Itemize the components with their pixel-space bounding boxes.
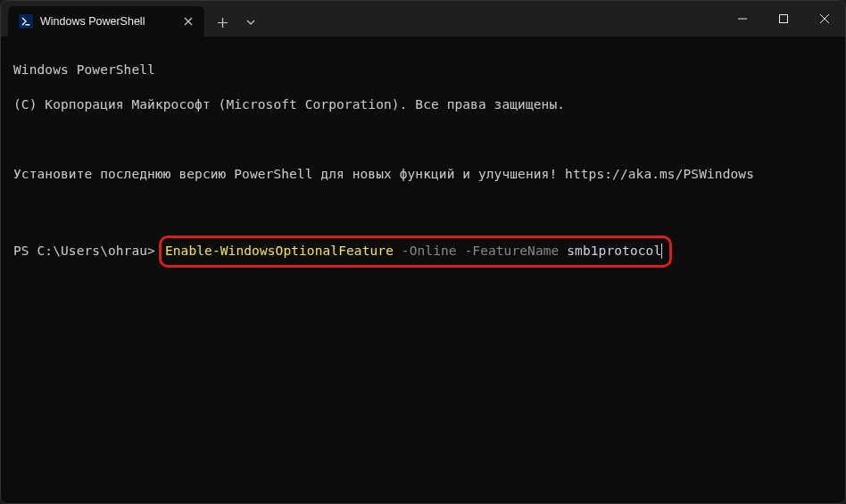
terminal-content[interactable]: Windows PowerShell (C) Корпорация Майкро… bbox=[1, 37, 845, 503]
new-tab-button[interactable] bbox=[208, 8, 236, 37]
tab-title: Windows PowerShell bbox=[40, 15, 145, 28]
command-highlight: Enable-WindowsOptionalFeature -Online -F… bbox=[159, 235, 672, 268]
tab-strip: Windows PowerShell bbox=[1, 1, 265, 37]
tab-dropdown-button[interactable] bbox=[236, 8, 265, 37]
output-line: (C) Корпорация Майкрософт (Microsoft Cor… bbox=[13, 96, 833, 114]
text-cursor bbox=[661, 244, 662, 259]
blank-line bbox=[13, 131, 833, 149]
cmd-arg: smb1protocol bbox=[559, 243, 661, 260]
cmd-flag: -Online bbox=[394, 243, 457, 260]
close-tab-button[interactable] bbox=[181, 14, 195, 29]
minimize-button[interactable] bbox=[722, 1, 763, 37]
close-window-button[interactable] bbox=[804, 1, 845, 37]
window-controls bbox=[722, 1, 845, 37]
prompt-line: PS C:\Users\ohrau>Enable-WindowsOptional… bbox=[13, 235, 672, 268]
tab-powershell[interactable]: Windows PowerShell bbox=[8, 6, 204, 37]
cmd-flag: -FeatureName bbox=[457, 243, 560, 260]
blank-line bbox=[13, 201, 833, 219]
powershell-icon bbox=[19, 14, 33, 29]
output-line: Установите последнюю версию PowerShell д… bbox=[13, 166, 833, 184]
cmdlet-name: Enable-WindowsOptionalFeature bbox=[165, 243, 394, 260]
maximize-button[interactable] bbox=[763, 1, 804, 37]
output-line: Windows PowerShell bbox=[13, 62, 833, 79]
prompt-text: PS C:\Users\ohrau> bbox=[13, 243, 155, 260]
title-bar: Windows PowerShell bbox=[1, 1, 845, 37]
svg-rect-0 bbox=[780, 15, 788, 23]
